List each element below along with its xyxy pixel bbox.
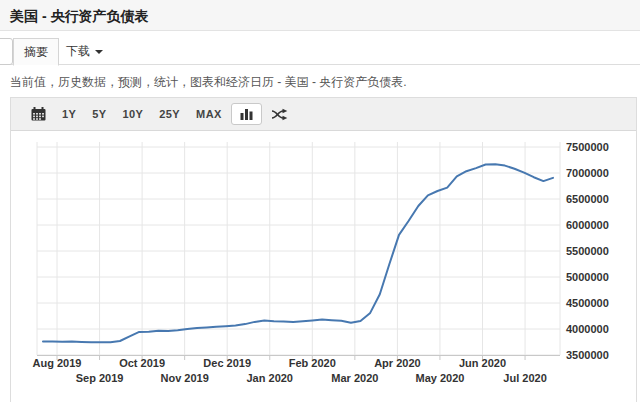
chart-type-button[interactable] xyxy=(231,103,262,125)
y-tick-label: 3500000 xyxy=(566,349,609,361)
range-button-5y[interactable]: 5Y xyxy=(85,105,113,124)
line-chart[interactable]: Aug 2019Sep 2019Oct 2019Nov 2019Dec 2019… xyxy=(11,131,636,402)
x-tick-label: Aug 2019 xyxy=(33,357,82,369)
x-tick-label: Dec 2019 xyxy=(203,357,251,369)
chart-toolbar: 1Y 5Y 10Y 25Y MAX xyxy=(11,98,636,131)
x-tick-label: Apr 2020 xyxy=(374,357,420,369)
range-button-25y[interactable]: 25Y xyxy=(152,105,187,124)
series-line[interactable] xyxy=(43,164,553,342)
tab-download[interactable]: 下载 xyxy=(56,38,113,65)
y-tick-label: 4500000 xyxy=(566,297,609,309)
y-tick-label: 5500000 xyxy=(566,245,609,257)
page-title: 美国 - 央行资产负债表 xyxy=(0,0,640,26)
x-tick-label: Oct 2019 xyxy=(119,357,165,369)
x-tick-label: Jun 2020 xyxy=(459,357,506,369)
y-tick-label: 5000000 xyxy=(566,271,609,283)
x-tick-label: May 2020 xyxy=(415,372,464,384)
y-tick-label: 6500000 xyxy=(566,193,609,205)
chart-plot-area[interactable]: Aug 2019Sep 2019Oct 2019Nov 2019Dec 2019… xyxy=(11,131,636,402)
calendar-button[interactable] xyxy=(24,103,53,125)
x-tick-label: Jan 2020 xyxy=(247,372,293,384)
y-tick-label: 4000000 xyxy=(566,323,609,335)
x-tick-label: Nov 2019 xyxy=(160,372,208,384)
description-row: 当前值，历史数据，预测，统计，图表和经济日历 - 美国 - 央行资产负债表. xyxy=(0,65,640,97)
tab-bar: 摘要 下载 xyxy=(0,31,640,65)
title-band: 美国 - 央行资产负债表 xyxy=(0,0,640,31)
y-tick-label: 7500000 xyxy=(566,141,609,153)
shuffle-icon xyxy=(271,108,288,121)
description-text: 当前值，历史数据，预测，统计，图表和经济日历 - 美国 - 央行资产负债表. xyxy=(0,65,640,91)
range-button-1y[interactable]: 1Y xyxy=(55,105,83,124)
calendar-icon xyxy=(31,107,46,121)
compare-button[interactable] xyxy=(264,104,295,125)
chart-card: 1Y 5Y 10Y 25Y MAX Aug 2019Sep 2019Oct 20… xyxy=(10,97,637,402)
y-tick-label: 6000000 xyxy=(566,219,609,231)
range-button-max[interactable]: MAX xyxy=(189,105,229,124)
bar-chart-icon xyxy=(240,108,253,120)
x-tick-label: Jul 2020 xyxy=(503,372,546,384)
x-tick-label: Mar 2020 xyxy=(331,372,378,384)
partial-tab-fragment[interactable] xyxy=(0,38,13,65)
y-tick-label: 7000000 xyxy=(566,167,609,179)
page: { "header": { "title": "美国 - 央行资产负债表" },… xyxy=(0,0,640,402)
x-tick-label: Sep 2019 xyxy=(76,372,124,384)
range-button-10y[interactable]: 10Y xyxy=(116,105,151,124)
tab-summary[interactable]: 摘要 xyxy=(13,38,59,66)
tab-download-label: 下载 xyxy=(66,44,90,58)
x-tick-label: Feb 2020 xyxy=(289,357,336,369)
chevron-down-icon xyxy=(95,50,103,54)
tab-summary-label: 摘要 xyxy=(24,45,48,59)
